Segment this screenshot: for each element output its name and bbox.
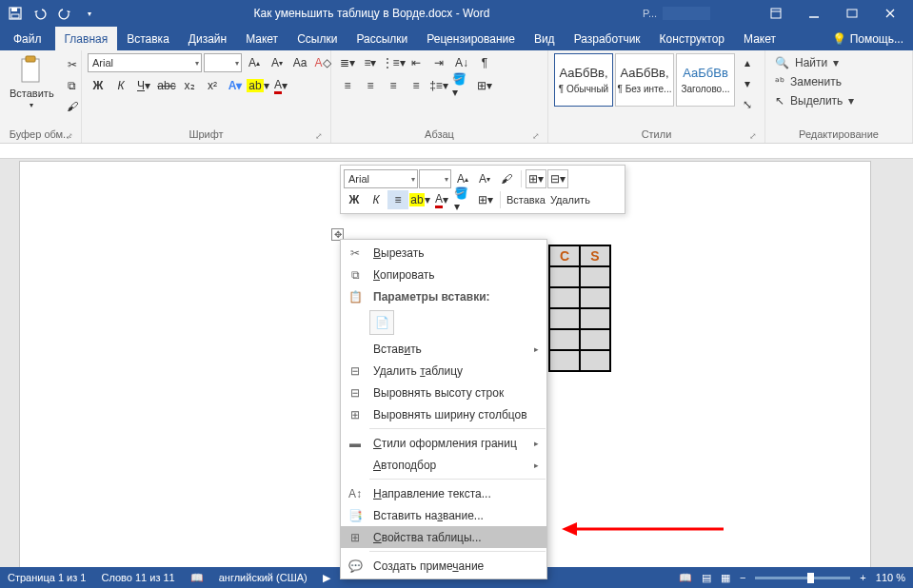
highlight-button[interactable]: ab▾ xyxy=(248,76,268,95)
zoom-thumb[interactable] xyxy=(807,573,814,583)
cm-insert[interactable]: Вставить▸ xyxy=(341,338,546,360)
change-case-button[interactable]: Aa xyxy=(289,53,310,72)
superscript-button[interactable]: x² xyxy=(202,76,223,95)
sort-button[interactable]: A↓ xyxy=(451,53,472,72)
copy-button[interactable]: ⧉ xyxy=(62,76,83,95)
mini-insert-split[interactable]: ⊞▾ xyxy=(526,169,546,188)
multilevel-button[interactable]: ⋮≡▾ xyxy=(383,53,404,72)
tab-table-design[interactable]: Конструктор xyxy=(650,27,734,50)
redo-button[interactable] xyxy=(53,2,76,25)
align-right-button[interactable]: ≡ xyxy=(383,76,404,95)
mini-borders[interactable]: ⊞▾ xyxy=(475,190,496,209)
strike-button[interactable]: abc xyxy=(156,76,177,95)
view-print-layout[interactable]: ▤ xyxy=(702,572,711,584)
grow-font-button[interactable]: A▴ xyxy=(244,53,265,72)
font-launcher[interactable]: ⤢ xyxy=(315,131,323,141)
clear-format-button[interactable]: A◇ xyxy=(312,53,333,72)
shading-button[interactable]: 🪣▾ xyxy=(451,76,472,95)
tell-me[interactable]: 💡 Помощь... xyxy=(823,27,913,50)
tab-file[interactable]: Файл xyxy=(0,27,55,50)
font-name-combo[interactable]: Arial▾ xyxy=(88,53,202,72)
tab-view[interactable]: Вид xyxy=(525,27,565,50)
line-spacing-button[interactable]: ‡≡▾ xyxy=(428,76,449,95)
increase-indent-button[interactable]: ⇥ xyxy=(428,53,449,72)
styles-down[interactable]: ▾ xyxy=(737,74,758,93)
mini-shading[interactable]: 🪣▾ xyxy=(453,190,474,209)
numbering-button[interactable]: ≡▾ xyxy=(360,53,381,72)
find-button[interactable]: 🔍Найти ▾ xyxy=(771,53,858,72)
mini-shrink-font[interactable]: A▾ xyxy=(474,169,495,188)
styles-more[interactable]: ⤡ xyxy=(737,95,758,114)
cell-s[interactable]: S xyxy=(580,245,610,266)
tab-review[interactable]: Рецензирование xyxy=(417,27,525,50)
show-marks-button[interactable]: ¶ xyxy=(474,53,495,72)
justify-button[interactable]: ≡ xyxy=(406,76,427,95)
zoom-in-button[interactable]: + xyxy=(860,572,865,583)
clipboard-launcher[interactable]: ⤢ xyxy=(66,131,73,141)
zoom-slider[interactable] xyxy=(755,577,850,579)
tab-insert[interactable]: Вставка xyxy=(117,27,179,50)
tab-developer[interactable]: Разработчик xyxy=(565,27,650,50)
style-no-spacing[interactable]: АаБбВв, ¶ Без инте... xyxy=(615,53,674,107)
styles-launcher[interactable]: ⤢ xyxy=(749,131,757,141)
mini-font-combo[interactable]: Arial▾ xyxy=(344,169,418,188)
status-language[interactable]: английский (США) xyxy=(219,572,308,583)
tab-design[interactable]: Дизайн xyxy=(179,27,236,50)
tab-table-layout[interactable]: Макет xyxy=(734,27,785,50)
mini-format-painter[interactable]: 🖌 xyxy=(496,169,517,188)
bullets-button[interactable]: ≣▾ xyxy=(337,53,358,72)
style-heading1[interactable]: АаБбВв Заголово... xyxy=(676,53,735,107)
cm-border-styles[interactable]: ▬Стили оформления границ▸ xyxy=(341,432,546,454)
select-button[interactable]: ↖Выделить ▾ xyxy=(771,91,858,110)
cm-copy[interactable]: ⧉Копировать xyxy=(341,264,546,285)
cell-c[interactable]: C xyxy=(549,245,580,266)
document-table[interactable]: CS xyxy=(548,245,611,372)
mini-highlight[interactable]: ab▾ xyxy=(409,190,430,209)
cm-delete-table[interactable]: ⊟Удалить таблицу xyxy=(341,360,546,382)
cut-button[interactable]: ✂ xyxy=(62,55,83,74)
cm-autofit[interactable]: Автоподбор▸ xyxy=(341,454,546,476)
status-proofing-icon[interactable]: 📖 xyxy=(190,572,204,584)
text-effects-button[interactable]: A▾ xyxy=(225,76,246,95)
undo-button[interactable] xyxy=(29,2,51,25)
paste-keep-source[interactable]: 📄 xyxy=(369,310,394,335)
view-read-mode[interactable]: 📖 xyxy=(679,572,692,584)
mini-font-color[interactable]: A▾ xyxy=(431,190,452,209)
zoom-out-button[interactable]: − xyxy=(740,572,745,583)
style-normal[interactable]: АаБбВв, ¶ Обычный xyxy=(554,53,613,107)
subscript-button[interactable]: x₂ xyxy=(179,76,200,95)
cm-cut[interactable]: ✂Вырезать xyxy=(341,242,546,264)
cm-insert-caption[interactable]: 📑Вставить название... xyxy=(341,504,546,526)
cm-dist-rows[interactable]: ⊟Выровнять высоту строк xyxy=(341,382,546,403)
qat-customize[interactable]: ▾ xyxy=(78,2,101,25)
mini-italic[interactable]: К xyxy=(366,190,387,209)
zoom-value[interactable]: 110 % xyxy=(876,572,905,583)
save-button[interactable] xyxy=(4,2,27,25)
italic-button[interactable]: К xyxy=(110,76,131,95)
mini-bold[interactable]: Ж xyxy=(344,190,365,209)
replace-button[interactable]: ᵃᵇЗаменить xyxy=(771,72,858,91)
font-size-combo[interactable]: ▾ xyxy=(204,53,242,72)
status-page[interactable]: Страница 1 из 1 xyxy=(8,572,86,583)
decrease-indent-button[interactable]: ⇤ xyxy=(406,53,427,72)
font-color-button[interactable]: A▾ xyxy=(270,76,291,95)
mini-size-combo[interactable]: ▾ xyxy=(419,169,451,188)
align-center-button[interactable]: ≡ xyxy=(360,76,381,95)
status-macro-icon[interactable]: ▶ xyxy=(323,572,330,584)
styles-up[interactable]: ▴ xyxy=(737,53,758,72)
mini-align[interactable]: ≡ xyxy=(387,190,408,209)
cm-table-properties[interactable]: ⊞Свойства таблицы... xyxy=(341,526,546,548)
align-left-button[interactable]: ≡ xyxy=(337,76,358,95)
paste-button[interactable]: Вставить ▾ xyxy=(6,53,58,111)
tab-references[interactable]: Ссылки xyxy=(288,27,347,50)
format-painter-button[interactable]: 🖌 xyxy=(62,97,83,116)
ribbon-display-button[interactable] xyxy=(757,0,795,27)
borders-button[interactable]: ⊞▾ xyxy=(474,76,495,95)
horizontal-ruler[interactable] xyxy=(0,144,913,159)
tab-home[interactable]: Главная xyxy=(55,27,118,50)
bold-button[interactable]: Ж xyxy=(88,76,109,95)
mini-delete-split[interactable]: ⊟▾ xyxy=(547,169,568,188)
tab-layout[interactable]: Макет xyxy=(236,27,288,50)
maximize-button[interactable] xyxy=(833,0,871,27)
underline-button[interactable]: Ч▾ xyxy=(133,76,154,95)
